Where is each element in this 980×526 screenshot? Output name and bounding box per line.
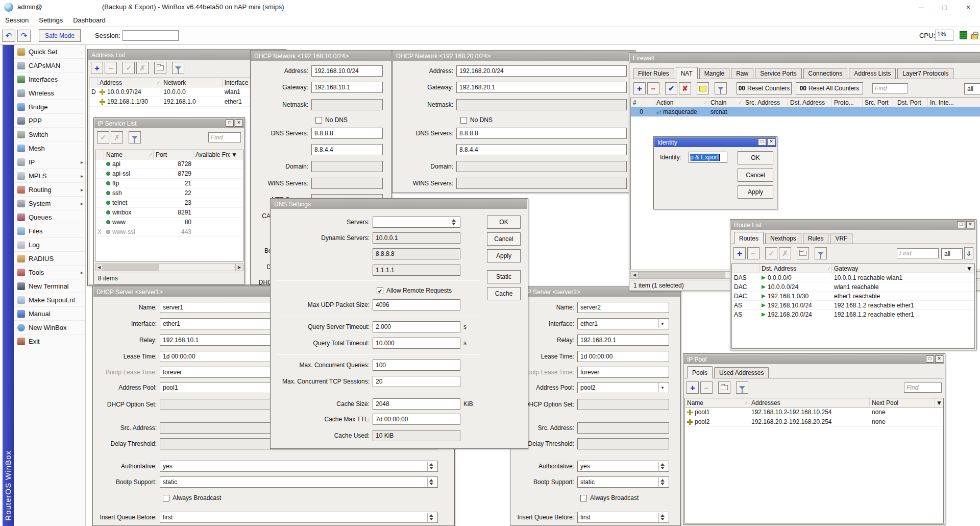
cache-button[interactable]: Cache [487, 287, 521, 300]
add-button[interactable]: + [633, 82, 646, 94]
sidebar-item-ip[interactable]: IP▸ [14, 155, 85, 169]
dns-server-field[interactable]: 8.8.8.8 [456, 128, 627, 139]
netmask-field[interactable] [311, 99, 383, 110]
tab-address-lists[interactable]: Address Lists [849, 68, 896, 79]
tab-pools[interactable]: Pools [687, 366, 713, 378]
tab-rules[interactable]: Rules [803, 233, 829, 244]
always-broadcast-checkbox[interactable] [580, 495, 587, 501]
filter-down-icon[interactable]: ⇩ [964, 247, 973, 259]
filter-button[interactable] [715, 82, 727, 94]
always-broadcast-checkbox[interactable] [163, 495, 169, 501]
updown-icon[interactable] [658, 513, 666, 522]
service-row[interactable]: ftp21 [95, 179, 243, 188]
interface-field[interactable]: ether1▼ [577, 318, 669, 329]
sidebar-item-manual[interactable]: Manual [14, 307, 85, 321]
lease-time-field[interactable]: 1d 00:00:00 [577, 351, 669, 362]
col-chain[interactable]: Chain∕ [708, 98, 743, 107]
scroll-left-icon[interactable]: ◀ [631, 272, 639, 278]
reset-all-counters-button[interactable]: 00Reset All Counters [796, 82, 863, 94]
cancel-button[interactable]: Cancel [738, 169, 773, 182]
pool-row[interactable]: pool2192.168.20.2-192.168.20.254none [685, 417, 943, 427]
col-name[interactable]: Name∕ [685, 398, 749, 407]
sidebar-item-exit[interactable]: Exit [14, 334, 85, 348]
col-dst-address[interactable]: Dst. Address [788, 98, 832, 107]
remove-button[interactable]: − [105, 62, 117, 74]
col-num[interactable]: # [631, 98, 645, 107]
col-addresses[interactable]: Addresses [749, 398, 870, 407]
col-action[interactable]: Action∕ [654, 98, 708, 107]
filter-button[interactable] [736, 381, 748, 394]
authoritative-field[interactable]: yes [160, 461, 438, 472]
ok-button[interactable]: OK [738, 151, 773, 164]
no-dns-checkbox[interactable] [315, 117, 322, 124]
comment-button[interactable] [697, 82, 709, 94]
window-minimize-button[interactable]: — [910, 0, 933, 14]
menu-dashboard[interactable]: Dashboard [68, 15, 111, 25]
route-row[interactable]: DAS0.0.0.0/010.0.0.1 reachable wlan1 [732, 273, 974, 282]
cancel-button[interactable]: Cancel [487, 232, 521, 246]
src-address-field[interactable] [577, 422, 669, 434]
maximize-icon[interactable]: □ [926, 355, 934, 363]
find-input[interactable] [897, 248, 939, 258]
find-input[interactable] [904, 382, 942, 393]
add-button[interactable]: + [733, 247, 746, 259]
add-button[interactable]: + [91, 62, 103, 74]
window-maximize-button[interactable]: ▢ [933, 0, 957, 14]
sidebar-item-switch[interactable]: Switch [14, 128, 85, 141]
domain-field[interactable] [456, 161, 627, 172]
safe-mode-button[interactable]: Safe Mode [39, 29, 81, 42]
dns-server-field[interactable]: 8.8.4.4 [456, 144, 627, 155]
remove-button[interactable]: − [747, 247, 760, 259]
tab-nexthops[interactable]: Nexthops [765, 233, 801, 244]
menu-session[interactable]: Session [0, 15, 34, 25]
allow-remote-requests-checkbox[interactable]: ✔ [377, 288, 383, 294]
close-icon[interactable]: ✕ [966, 221, 974, 228]
reset-counters-button[interactable]: 00Reset Counters [737, 82, 792, 94]
tab-raw[interactable]: Raw [731, 68, 753, 79]
remove-button[interactable]: − [647, 82, 659, 94]
dns-settings-titlebar[interactable]: DNS Settings [271, 199, 527, 209]
disable-button[interactable]: ✗ [136, 62, 149, 74]
sidebar-item-routing[interactable]: Routing▸ [14, 183, 85, 197]
sidebar-item-log[interactable]: Log [14, 238, 85, 252]
ip-pool-titlebar[interactable]: IP Pool [684, 354, 944, 364]
static-button[interactable]: Static [487, 270, 521, 283]
wins-field[interactable] [456, 178, 627, 189]
dropdown-icon[interactable]: ▼ [658, 383, 666, 392]
identity-input[interactable]: p & Export [689, 152, 727, 163]
relay-field[interactable]: 192.168.20.1 [577, 334, 669, 346]
dhcp-option-set-field[interactable] [577, 399, 669, 410]
sidebar-item-tools[interactable]: Tools▸ [14, 266, 85, 279]
col-available-from[interactable]: Available Fro [193, 150, 230, 159]
sidebar-item-bridge[interactable]: Bridge [14, 100, 85, 114]
enable-button[interactable]: ✔ [665, 82, 677, 94]
col-port[interactable]: Port [154, 150, 193, 159]
col-address[interactable]: Address∕ [97, 78, 161, 87]
bootp-support-field[interactable]: static [577, 476, 669, 488]
max-udp-field[interactable]: 4096 [373, 299, 460, 310]
address-field[interactable]: 192.168.20.0/24 [456, 65, 627, 77]
apply-button[interactable]: Apply [487, 249, 521, 262]
servers-field[interactable] [373, 217, 460, 228]
maximize-icon[interactable]: □ [758, 138, 766, 146]
sidebar-item-system[interactable]: System▸ [14, 197, 85, 210]
service-row[interactable]: ssh22 [95, 188, 243, 198]
insert-queue-field[interactable]: first [577, 512, 669, 523]
route-row[interactable]: AS192.168.10.0/24192.168.1.2 reachable e… [732, 301, 974, 310]
add-button[interactable]: + [687, 381, 699, 394]
disable-button[interactable]: ✘ [679, 82, 691, 94]
col-next-pool[interactable]: Next Pool [870, 398, 935, 407]
menu-settings[interactable]: Settings [34, 15, 68, 25]
sidebar-item-quick-set[interactable]: Quick Set [14, 45, 85, 59]
netmask-field[interactable] [456, 99, 627, 110]
filter-button[interactable] [815, 247, 827, 259]
col-src-port[interactable]: Src. Port [863, 98, 895, 107]
redo-button[interactable]: ↷ [17, 30, 31, 42]
col-dst-port[interactable]: Dst. Port [895, 98, 928, 107]
route-row[interactable]: AS192.168.20.0/24192.168.1.2 reachable e… [732, 310, 974, 319]
filter-button[interactable] [172, 62, 184, 74]
filter-scope-select[interactable]: all [964, 83, 980, 94]
service-row[interactable]: api8728 [95, 159, 243, 169]
authoritative-field[interactable]: yes [577, 461, 669, 472]
query-total-timeout-field[interactable]: 10.000 [373, 338, 460, 349]
